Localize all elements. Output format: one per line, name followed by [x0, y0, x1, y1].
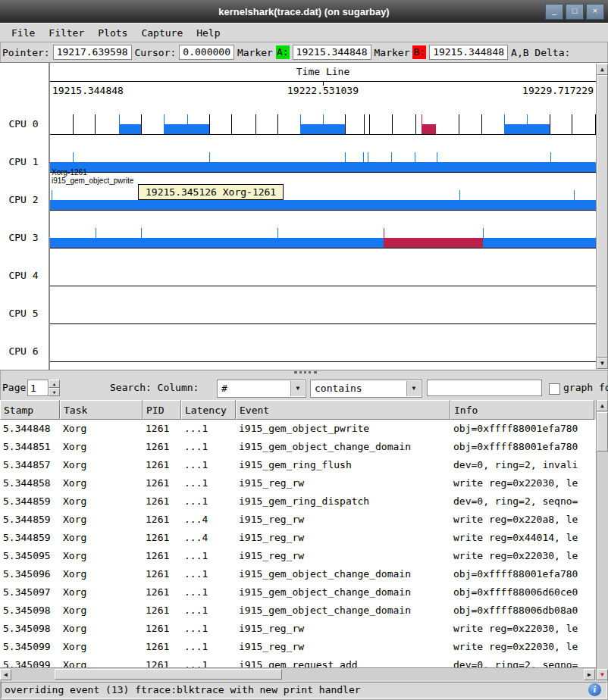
table-row[interactable]: 5.345097Xorg1261...1i915_gem_object_chan…	[0, 583, 596, 602]
info-icon[interactable]: i	[588, 683, 601, 696]
table-horizontal-scrollbar[interactable]: ◀ ▶	[0, 667, 596, 680]
spin-up-icon[interactable]: ▲	[49, 380, 60, 388]
scroll-right-icon[interactable]: ▶	[584, 669, 595, 680]
cell-task: Xorg	[60, 656, 143, 667]
cell-task: Xorg	[60, 511, 143, 529]
page-input[interactable]	[27, 380, 49, 396]
scroll-up-icon[interactable]: ▲	[597, 400, 608, 411]
menu-item-file[interactable]: File	[5, 26, 42, 40]
timestamp-left: 19215.344848	[52, 85, 124, 96]
chevron-down-icon[interactable]: ▼	[290, 381, 305, 396]
task-bar	[300, 124, 344, 134]
scroll-down-icon[interactable]: ▼	[597, 669, 608, 680]
menu-item-capture[interactable]: Capture	[134, 26, 190, 40]
table-row[interactable]: 5.344859Xorg1261...4i915_reg_rwwrite reg…	[0, 529, 596, 547]
table-row[interactable]: 5.345099Xorg1261...1i915_reg_rwwrite reg…	[0, 638, 596, 656]
event-tick-blue	[459, 190, 460, 200]
pointer-label: Pointer:	[2, 47, 50, 58]
cell-stamp: 5.344859	[0, 529, 60, 547]
event-tick-blue	[415, 152, 415, 162]
event-tick-red	[422, 114, 422, 124]
cell-task: Xorg	[60, 638, 143, 656]
cell-info: dev=0, ring=2, seqno=	[450, 492, 594, 511]
scroll-left-icon[interactable]: ◀	[0, 669, 11, 680]
scroll-up-icon[interactable]: ▲	[597, 64, 608, 75]
table-row[interactable]: 5.344857Xorg1261...1i915_gem_ring_flushd…	[0, 456, 596, 474]
table-row[interactable]: 5.344851Xorg1261...1i915_gem_object_chan…	[0, 438, 596, 456]
close-icon[interactable]: ×	[586, 4, 604, 20]
menu-item-plots[interactable]: Plots	[91, 26, 134, 40]
table-row[interactable]: 5.344848Xorg1261...1i915_gem_object_pwri…	[0, 420, 596, 438]
menu-item-filter[interactable]: Filter	[42, 26, 91, 40]
plot-area[interactable]: Time Line 19215.344848 19222.531039 1922…	[49, 63, 596, 370]
column-header-latency[interactable]: Latency	[181, 400, 236, 420]
match-select[interactable]: contains ▼	[310, 380, 422, 398]
cell-latency: ...1	[181, 602, 236, 620]
maximize-icon[interactable]: □	[566, 4, 584, 20]
graph-vertical-scrollbar[interactable]: ▲ ▼	[596, 64, 608, 369]
cell-latency: ...4	[181, 511, 236, 529]
table-row[interactable]: 5.344858Xorg1261...1i915_reg_rwwrite reg…	[0, 474, 596, 492]
cell-latency: ...1	[181, 656, 236, 667]
event-tick	[345, 114, 346, 134]
column-header-event[interactable]: Event	[236, 400, 450, 420]
cell-pid: 1261	[143, 547, 181, 565]
cell-task: Xorg	[60, 492, 143, 511]
cell-stamp: 5.344851	[0, 438, 60, 456]
pane-splitter[interactable]	[0, 369, 608, 377]
cell-pid: 1261	[143, 638, 181, 656]
table-row[interactable]: 5.345099Xorg1261...1i915_gem_request_add…	[0, 656, 596, 667]
chevron-down-icon[interactable]: ▼	[406, 381, 421, 396]
cell-latency: ...1	[181, 492, 236, 511]
cell-task: Xorg	[60, 547, 143, 565]
column-header-stamp[interactable]: Stamp	[0, 400, 60, 420]
cell-info: write reg=0x220a8, le	[450, 511, 594, 529]
cell-event: i915_reg_rw	[236, 620, 450, 638]
event-tick-blue	[323, 114, 324, 124]
cpu-row-6[interactable]	[50, 341, 596, 362]
event-tick-blue	[437, 152, 437, 162]
table-row[interactable]: 5.345098Xorg1261...1i915_gem_object_chan…	[0, 602, 596, 620]
menu-item-help[interactable]: Help	[190, 26, 227, 40]
table-row[interactable]: 5.345095Xorg1261...1i915_reg_rwwrite reg…	[0, 547, 596, 565]
cpu-row-3[interactable]	[50, 227, 596, 248]
cpu-row-2[interactable]	[50, 189, 596, 211]
scroll-down-icon[interactable]: ▼	[597, 358, 608, 369]
timeline-stamps: 19215.344848 19222.531039 19229.717229	[50, 85, 596, 97]
table-vertical-scrollbar[interactable]: ▲ ▼	[596, 400, 608, 680]
table-row[interactable]: 5.344859Xorg1261...1i915_gem_ring_dispat…	[0, 492, 596, 511]
spin-down-icon[interactable]: ▼	[49, 388, 60, 396]
task-label: Xorg-1261	[52, 168, 133, 177]
cell-latency: ...1	[181, 638, 236, 656]
event-tick-blue	[345, 152, 346, 162]
cell-event: i915_reg_rw	[236, 511, 450, 529]
cell-latency: ...1	[181, 438, 236, 456]
cell-latency: ...1	[181, 474, 236, 492]
column-select-value: #	[221, 383, 227, 394]
column-header-task[interactable]: Task	[60, 400, 143, 420]
cpu-label-0: CPU 0	[0, 118, 47, 130]
splitter-grip-icon[interactable]	[294, 371, 317, 373]
column-header-pid[interactable]: PID	[143, 400, 181, 420]
column-select[interactable]: # ▼	[217, 380, 306, 398]
search-input[interactable]	[427, 380, 542, 396]
column-header-info[interactable]: Info	[450, 400, 594, 420]
match-select-value: contains	[315, 383, 362, 394]
menu-bar: FileFilterPlotsCaptureHelp	[0, 23, 608, 42]
table-row[interactable]: 5.344859Xorg1261...4i915_reg_rwwrite reg…	[0, 511, 596, 529]
event-tick-red	[384, 228, 384, 238]
cpu-row-5[interactable]	[50, 303, 596, 324]
table-row[interactable]: 5.345098Xorg1261...1i915_reg_rwwrite reg…	[0, 620, 596, 638]
table-scroll-thumb[interactable]	[597, 412, 608, 452]
graph-scroll-thumb[interactable]	[597, 75, 608, 358]
minimize-icon[interactable]: _	[545, 4, 563, 20]
cpu-label-4: CPU 4	[0, 270, 47, 282]
title-bar[interactable]: kernelshark(trace.dat) (on sugarbay) _ □…	[0, 0, 608, 23]
cpu-row-4[interactable]	[50, 265, 596, 286]
hscroll-thumb[interactable]	[55, 669, 282, 680]
graph-follows-checkbox[interactable]	[549, 383, 560, 395]
cell-latency: ...1	[181, 547, 236, 565]
table-row[interactable]: 5.345096Xorg1261...1i915_gem_object_chan…	[0, 565, 596, 583]
cell-stamp: 5.344857	[0, 456, 60, 474]
cpu-row-0[interactable]	[50, 114, 596, 135]
